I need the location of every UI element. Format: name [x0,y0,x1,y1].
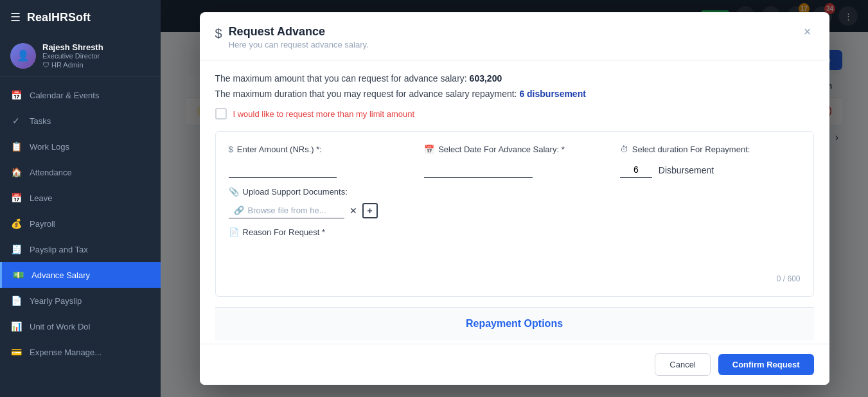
unit-of-work-icon: 📊 [10,321,22,332]
amount-group: $ Enter Amount (NRs.) *: [229,145,409,178]
repayment-options-title: Repayment Options [231,318,799,330]
duration-group: ⏱ Select duration For Repayment: Disburs… [620,145,801,178]
dollar-icon: $ [215,26,222,41]
confirm-button[interactable]: Confirm Request [718,354,814,375]
modal-overlay: $ Request Advance Here you can request a… [161,0,868,397]
calendar-field-icon: 📅 [424,145,434,154]
date-group: 📅 Select Date For Advance Salary: * [424,145,605,178]
sidebar-item-label: Calendar & Events [30,91,99,100]
tasks-icon: ✓ [10,115,22,127]
browse-file-input[interactable]: 🔗 Browse file from he... [229,203,344,218]
sidebar-item-advance-salary[interactable]: 💵 Advance Salary [0,262,161,288]
paperclip-icon: 🔗 [234,206,244,215]
exceed-limit-checkbox[interactable] [215,108,227,119]
worklogs-icon: 📋 [10,141,22,152]
brand-name: RealHRSoft [27,11,91,24]
user-admin-badge: 🛡 HR Admin [42,61,150,69]
user-role: Executive Director [42,52,150,60]
sidebar-item-payslip-tax[interactable]: 🧾 Payslip and Tax [0,236,161,262]
char-count: 0 / 600 [229,274,801,283]
clock-icon: ⏱ [620,145,628,154]
upload-label: 📎 Upload Support Documents: [229,187,801,197]
reason-textarea[interactable] [229,243,801,269]
sidebar-item-label: Payslip and Tax [30,245,88,254]
avatar: 👤 [10,43,36,69]
sidebar-item-label: Advance Salary [31,270,90,280]
modal-title: Request Advance [229,25,369,39]
modal-header: $ Request Advance Here you can request a… [200,12,829,60]
max-duration-value: 6 disbursement [519,89,585,99]
menu-icon[interactable]: ☰ [10,10,21,24]
date-input[interactable] [424,162,532,178]
sidebar: ☰ RealHRSoft 👤 Rajesh Shresth Executive … [0,0,161,397]
sidebar-item-label: Leave [30,193,52,203]
modal-close-button[interactable]: × [801,25,814,38]
modal-subtitle: Here you can request advance salary. [229,40,369,49]
duration-label: ⏱ Select duration For Repayment: [620,145,801,154]
max-duration-info: The maximum duration that you may reques… [215,89,814,99]
leave-icon: 📅 [10,192,22,204]
sidebar-item-worklogs[interactable]: 📋 Work Logs [0,134,161,159]
max-amount-info: The maximum amount that you can request … [215,73,814,84]
amount-icon: $ [229,145,233,154]
user-name: Rajesh Shresth [42,42,150,52]
reason-icon: 📄 [229,227,239,237]
sidebar-item-unit-of-work[interactable]: 📊 Unit of Work Dol [0,313,161,339]
sidebar-item-attendance[interactable]: 🏠 Attendance [0,159,161,185]
upload-icon: 📎 [229,187,239,197]
sidebar-item-label: Attendance [30,168,72,177]
reason-label: 📄 Reason For Request * [229,227,801,237]
sidebar-item-label: Yearly Payslip [30,296,82,306]
nav-items: 📅 Calendar & Events ✓ Tasks 📋 Work Logs … [0,77,161,397]
sidebar-item-label: Unit of Work Dol [30,322,90,331]
advance-salary-icon: 💵 [12,269,24,281]
amount-input[interactable] [229,162,337,178]
expense-icon: 💳 [10,346,22,358]
date-label: 📅 Select Date For Advance Salary: * [424,145,605,154]
modal-title-area: $ Request Advance Here you can request a… [215,25,369,49]
cancel-button[interactable]: Cancel [655,353,710,376]
duration-unit: Disbursement [659,165,714,175]
repayment-options-bar: Repayment Options [215,307,814,340]
sidebar-item-tasks[interactable]: ✓ Tasks [0,108,161,134]
calendar-icon: 📅 [10,89,22,101]
attendance-icon: 🏠 [10,166,22,178]
amount-label: $ Enter Amount (NRs.) *: [229,145,409,154]
checkbox-row: I would like to request more than my lim… [215,108,814,119]
clear-file-icon[interactable]: ✕ [350,206,357,216]
browse-placeholder: Browse file from he... [248,206,326,215]
sidebar-header: ☰ RealHRSoft [0,0,161,35]
sidebar-item-label: Expense Manage... [30,348,102,357]
main-area: ABPL 🛡 ⊞ 🔔 17 🔔 34 ⋮ Request Advance Act… [161,0,868,397]
sidebar-item-label: Payroll [30,219,55,229]
yearly-payslip-icon: 📄 [10,295,22,306]
sidebar-item-label: Work Logs [30,142,69,152]
repayment-row: Disbursement [620,162,801,178]
upload-section: 📎 Upload Support Documents: 🔗 Browse fil… [229,187,801,218]
form-row-inputs: $ Enter Amount (NRs.) *: 📅 Select Date F… [229,145,801,178]
modal-body: The maximum amount that you can request … [200,60,829,344]
reason-section: 📄 Reason For Request * 0 / 600 [229,227,801,283]
sidebar-item-leave[interactable]: 📅 Leave [0,185,161,211]
duration-input[interactable] [620,162,652,178]
request-advance-modal: $ Request Advance Here you can request a… [200,12,829,385]
sidebar-item-yearly-payslip[interactable]: 📄 Yearly Payslip [0,288,161,313]
sidebar-item-expense[interactable]: 💳 Expense Manage... [0,339,161,365]
upload-row: 🔗 Browse file from he... ✕ + [229,203,801,218]
user-info: Rajesh Shresth Executive Director 🛡 HR A… [42,42,150,69]
sidebar-item-calendar[interactable]: 📅 Calendar & Events [0,82,161,108]
sidebar-item-payroll[interactable]: 💰 Payroll [0,211,161,236]
checkbox-label: I would like to request more than my lim… [233,109,415,119]
user-profile: 👤 Rajesh Shresth Executive Director 🛡 HR… [0,35,161,77]
add-file-button[interactable]: + [362,203,378,218]
form-section: $ Enter Amount (NRs.) *: 📅 Select Date F… [215,131,814,297]
payslip-tax-icon: 🧾 [10,243,22,255]
sidebar-item-label: Tasks [30,116,51,126]
max-amount-value: 603,200 [470,73,502,84]
modal-footer: Cancel Confirm Request [200,344,829,385]
payroll-icon: 💰 [10,218,22,229]
